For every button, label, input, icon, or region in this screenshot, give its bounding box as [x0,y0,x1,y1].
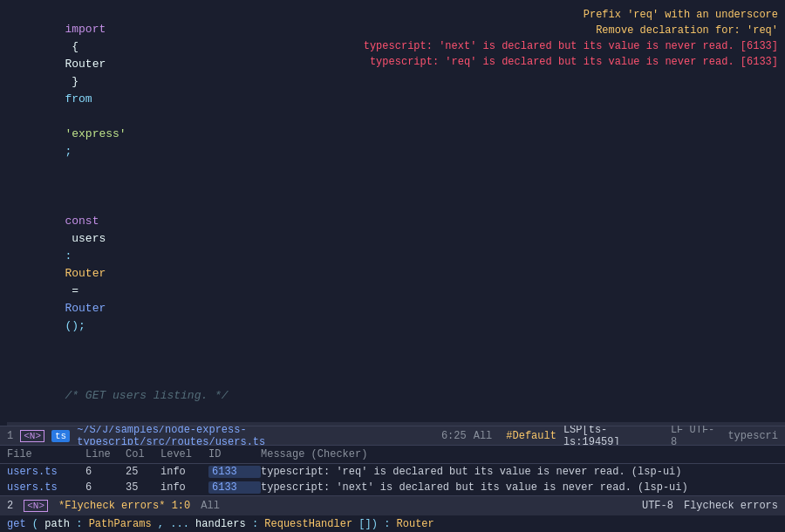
col-col: Col [126,448,160,460]
code-container: Prefix 'req' with an underscore Remove d… [0,3,785,426]
col-message: Message (Checker) [261,448,778,460]
bottom-mode-badge: <N> [24,500,48,512]
col-id: ID [208,448,261,460]
diag-id-1: 6133 [208,466,261,478]
diag-col-1: 25 [126,466,160,478]
editor-area: Prefix 'req' with an underscore Remove d… [0,0,785,426]
diag-msg-1: typescript: 'req' is declared but its va… [261,466,778,478]
code-line-5: /* GET users listing. */ [7,370,785,422]
bottom-encoding: UTF-8 [642,500,673,512]
status-bar-main: 1 <N> ts ~/S/J/samples/node-express-type… [0,426,785,445]
diag-level-2: info [160,481,208,494]
colorscheme: #Default [506,430,556,442]
diag-row-1[interactable]: users.ts 6 25 info 6133 typescript: 'req… [0,464,785,480]
col-level: Level [160,448,208,460]
diag-hint-1: Prefix 'req' with an underscore [364,7,778,23]
diag-msg-2: typescript: 'next' is declared but its v… [261,481,778,494]
filetype: typescri [727,430,778,442]
code-line-6: users . get (' / ', function ( req , res… [7,422,785,426]
diag-header: File Line Col Level ID Message (Checker) [0,446,785,464]
diag-filename-1: users.ts [7,466,85,478]
line-number-main: 1 [7,430,13,442]
diag-line-1: 6 [85,466,126,478]
echo-line: get ( path : PathParams , ... handlers :… [0,515,785,532]
diag-hint-2: Remove declaration for: 'req' [364,23,778,38]
diag-panel: File Line Col Level ID Message (Checker)… [0,445,785,495]
diag-id-2: 6133 [208,481,261,494]
col-line: Line [85,448,126,460]
normal-mode-badge: <N> [20,430,44,442]
bottom-flycheck-right: Flycheck errors [684,500,778,512]
diag-filename-2: users.ts [7,481,85,494]
diag-error-1: typescript: 'next' is declared but its v… [364,38,778,54]
diag-col-2: 35 [126,481,160,494]
col-file: File [7,448,85,460]
flycheck-errors-label: *Flycheck errors* 1:0 [58,500,190,512]
diag-line-2: 6 [85,481,126,494]
code-line-2 [7,178,785,195]
status-bar-bottom: 2 <N> *Flycheck errors* 1:0 All UTF-8 Fl… [0,495,785,515]
diagnostics-overlay: Prefix 'req' with an underscore Remove d… [364,7,778,70]
code-line-3: const users : Router = Router (); [7,195,785,352]
ts-badge: ts [51,430,70,442]
diag-error-2: typescript: 'req' is declared but its va… [364,54,778,70]
line-number-bottom: 2 [7,500,13,512]
position: 6:25 [441,430,467,442]
bottom-selection: All [201,500,220,512]
diag-row-2[interactable]: users.ts 6 35 info 6133 typescript: 'nex… [0,480,785,495]
code-line-4 [7,352,785,370]
selection: All [474,430,493,442]
diag-level-1: info [160,466,208,478]
